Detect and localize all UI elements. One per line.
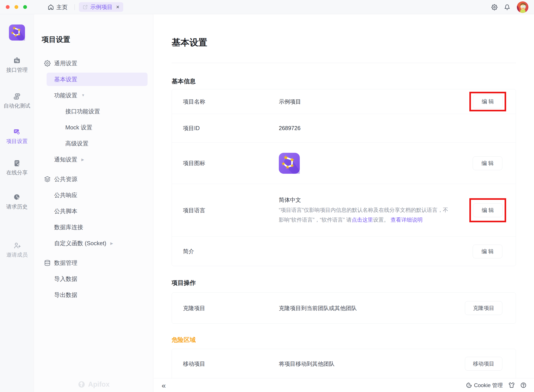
- apifox-app-logo: [9, 24, 25, 41]
- project-tab[interactable]: 示例项目 ×: [79, 2, 123, 12]
- sidebar-item-invite-members[interactable]: 邀请成员: [6, 242, 28, 258]
- notifications-bell-icon[interactable]: [504, 4, 510, 10]
- request-history-icon: [13, 194, 21, 201]
- move-project-label: 移动项目: [172, 360, 279, 368]
- collapse-sidebar-icon[interactable]: «: [162, 382, 166, 389]
- cookie-manager-button[interactable]: Cookie 管理: [466, 382, 503, 389]
- automated-testing-icon: [13, 93, 21, 100]
- chevron-right-icon: ▶: [81, 158, 84, 162]
- title-divider: [172, 63, 516, 63]
- project-name-row: 项目名称 示例项目 编 辑: [172, 89, 516, 114]
- move-project-description: 将项目移动到其他团队: [279, 360, 465, 368]
- apifox-watermark: Apifox: [34, 380, 153, 388]
- project-id-value: 2689726: [279, 125, 516, 131]
- project-summary-row: 简介 编 辑: [172, 237, 516, 266]
- edit-project-name-button[interactable]: 编 辑: [473, 95, 503, 108]
- apifox-watermark-logo: [78, 381, 85, 388]
- help-icon[interactable]: [520, 382, 526, 388]
- settings-nav-database-connections[interactable]: 数据库连接: [34, 219, 153, 235]
- tab-close-icon[interactable]: ×: [116, 4, 119, 10]
- settings-nav-data-management[interactable]: 数据管理: [34, 255, 153, 271]
- main-content: 基本设置 基本信息 项目名称 示例项目 编 辑 项目ID 2689726 项目图…: [154, 14, 534, 378]
- project-language-row: 项目语言 简体中文 “项目语言”仅影响项目内信息的默认名称及在线分享文档的默认语…: [172, 184, 516, 237]
- edit-project-summary-button[interactable]: 编 辑: [473, 245, 502, 258]
- settings-nav-import-data[interactable]: 导入数据: [34, 271, 153, 287]
- project-language-value: 简体中文: [279, 196, 469, 204]
- project-settings-icon: [13, 128, 21, 136]
- settings-sidebar-title: 项目设置: [42, 35, 153, 45]
- project-icon-row: 项目图标 编 辑: [172, 142, 516, 184]
- chevron-right-icon: ▶: [110, 241, 113, 245]
- clone-project-button[interactable]: 克隆项目: [465, 301, 502, 315]
- sidebar-item-label: 在线分享: [6, 169, 28, 176]
- click-here-link[interactable]: 点击这里: [352, 217, 373, 223]
- move-project-button[interactable]: 移动项目: [465, 357, 502, 371]
- sidebar-item-request-history[interactable]: 请求历史: [6, 194, 28, 210]
- window-minimize-button[interactable]: [14, 5, 18, 9]
- home-icon: [48, 4, 54, 10]
- settings-nav-basic[interactable]: 基本设置: [34, 71, 153, 87]
- cookie-icon: [466, 382, 472, 388]
- cookie-manager-label: Cookie 管理: [474, 382, 503, 389]
- settings-nav-shared-scripts[interactable]: 公共脚本: [34, 203, 153, 219]
- settings-nav-advanced[interactable]: 高级设置: [34, 135, 153, 151]
- settings-nav-custom-functions[interactable]: 自定义函数 (Socket) ▶: [34, 235, 153, 251]
- sidebar-item-label: 邀请成员: [6, 251, 28, 258]
- settings-nav-mock[interactable]: Mock 设置: [34, 119, 153, 135]
- edit-project-icon-button[interactable]: 编 辑: [473, 156, 502, 170]
- move-project-row: 移动项目 将项目移动到其他团队 移动项目: [172, 349, 516, 378]
- annotation-box: 编 辑: [469, 198, 506, 222]
- settings-nav-shared-resources[interactable]: 公共资源: [34, 171, 153, 187]
- sidebar-item-api-management[interactable]: 接口管理: [6, 57, 28, 74]
- sidebar-item-label: 自动化测试: [4, 102, 30, 109]
- settings-nav-api-features[interactable]: 接口功能设置: [34, 103, 153, 119]
- project-operations-card: 克隆项目 克隆项目到当前团队或其他团队 克隆项目: [172, 292, 516, 324]
- settings-gear-icon[interactable]: [491, 4, 497, 10]
- project-language-description: “项目语言”仅影响项目内信息的默认名称及在线分享文档的默认语言，不影响“软件语言…: [279, 205, 452, 225]
- clone-project-description: 克隆项目到当前团队或其他团队: [279, 304, 465, 312]
- settings-nav-notifications[interactable]: 通知设置 ▶: [34, 151, 153, 168]
- online-share-icon: [13, 159, 21, 167]
- sidebar-item-label: 接口管理: [6, 66, 28, 74]
- titlebar: 主页 示例项目 ×: [0, 0, 534, 14]
- settings-sidebar: 项目设置 通用设置 基本设置 功能设置 ▼ 接口功能设置 Mock 设置 高级设…: [34, 14, 153, 392]
- settings-nav-general[interactable]: 通用设置: [34, 55, 153, 71]
- basic-info-heading: 基本信息: [172, 77, 516, 85]
- home-button[interactable]: 主页: [48, 0, 67, 14]
- window-close-button[interactable]: [6, 5, 9, 9]
- danger-zone-card: 移动项目 将项目移动到其他团队 移动项目: [172, 349, 516, 378]
- project-tab-label: 示例项目: [90, 3, 113, 11]
- project-icon-image: [279, 153, 300, 174]
- app-sidebar: 接口管理 自动化测试 项目设置 在线分享 请求历史 邀请成员: [0, 14, 34, 392]
- clone-project-label: 克隆项目: [172, 304, 279, 312]
- project-tab-icon: [83, 5, 88, 9]
- project-operations-heading: 项目操作: [172, 279, 516, 287]
- project-id-row: 项目ID 2689726: [172, 114, 516, 142]
- chevron-down-icon: ▼: [81, 93, 85, 97]
- settings-nav-shared-responses[interactable]: 公共响应: [34, 187, 153, 203]
- layers-icon: [44, 176, 51, 182]
- sidebar-item-online-share[interactable]: 在线分享: [6, 159, 28, 176]
- project-name-value: 示例项目: [279, 98, 469, 105]
- api-management-icon: [13, 57, 21, 64]
- invite-members-icon: [13, 242, 21, 249]
- database-icon: [44, 260, 51, 266]
- view-details-link[interactable]: 查看详细说明: [391, 217, 423, 223]
- window-zoom-button[interactable]: [23, 5, 27, 9]
- titlebar-divider: [75, 4, 75, 10]
- sidebar-item-project-settings[interactable]: 项目设置: [6, 128, 28, 145]
- project-id-label: 项目ID: [172, 125, 279, 132]
- settings-nav-export-data[interactable]: 导出数据: [34, 287, 153, 303]
- user-avatar[interactable]: [517, 1, 529, 13]
- theme-shirt-icon[interactable]: [509, 382, 515, 388]
- project-icon-label: 项目图标: [172, 159, 279, 167]
- page-title: 基本设置: [172, 37, 516, 48]
- danger-zone-heading: 危险区域: [172, 336, 516, 344]
- sidebar-item-label: 项目设置: [6, 138, 28, 145]
- settings-nav-features[interactable]: 功能设置 ▼: [34, 87, 153, 103]
- project-name-label: 项目名称: [172, 98, 279, 105]
- clone-project-row: 克隆项目 克隆项目到当前团队或其他团队 克隆项目: [172, 293, 516, 323]
- annotation-box: 编 辑: [469, 92, 506, 111]
- edit-project-language-button[interactable]: 编 辑: [473, 203, 503, 217]
- sidebar-item-automated-testing[interactable]: 自动化测试: [4, 93, 30, 109]
